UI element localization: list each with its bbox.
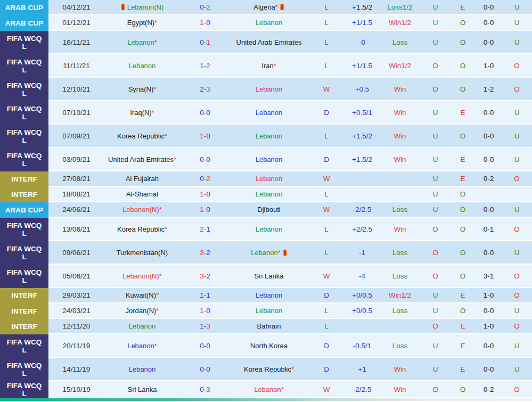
over-under-2: O	[502, 322, 532, 330]
team-name[interactable]: Lebanon	[256, 175, 283, 183]
team-name[interactable]: Lebanon(N)	[122, 272, 159, 280]
competition-label: FIFA WCQ	[7, 382, 42, 390]
team-name[interactable]: Lebanon	[256, 132, 283, 140]
over-under: O	[421, 249, 450, 257]
team-name[interactable]: Iran	[261, 62, 273, 70]
match-score: 2-1	[180, 225, 230, 233]
team-name[interactable]: Al Fujairah	[126, 175, 159, 183]
team-name[interactable]: North Korea	[250, 342, 288, 350]
even-odd: E	[450, 322, 476, 330]
star-marker: *	[281, 385, 284, 393]
team-name[interactable]: Lebanon	[256, 291, 283, 299]
home-team: Jordan(N)*	[104, 307, 180, 315]
competition-badge: FIFA WCQL	[0, 54, 48, 78]
team-name[interactable]: Lebanon	[129, 62, 156, 70]
even-odd: O	[450, 19, 476, 27]
team-name[interactable]: Lebanon	[251, 249, 278, 257]
match-score: 1-0	[180, 190, 230, 198]
handicap-value: -0.5/1	[345, 342, 379, 350]
team-name[interactable]: Lebanon(N)	[127, 3, 164, 11]
even-odd: O	[450, 307, 476, 315]
competition-label: FIFA WCQ	[7, 245, 42, 253]
star-marker: *	[291, 365, 294, 373]
team-name[interactable]: Sri Lanka	[128, 385, 157, 393]
match-row: FIFA WCQL15/10/19Sri Lanka0-3Lebanon*W-2…	[0, 381, 532, 398]
team-name[interactable]: Sri Lanka	[255, 272, 284, 280]
team-name[interactable]: Korea Republic	[117, 225, 165, 233]
result-letter: D	[308, 365, 345, 373]
over-under: U	[421, 3, 450, 11]
star-marker: *	[154, 19, 157, 27]
competition-label: L	[22, 66, 26, 74]
even-odd: E	[450, 365, 476, 373]
over-under: U	[421, 38, 450, 46]
over-under: U	[421, 307, 450, 315]
over-under: O	[421, 385, 450, 393]
even-odd: E	[450, 155, 476, 163]
match-row: FIFA WCQL13/06/21Korea Republic*2-1Leban…	[0, 218, 532, 241]
match-history-table: ARAB CUP04/12/21Lebanon(N)0-2Algeria*L+1…	[0, 0, 532, 398]
team-name[interactable]: Lebanon	[256, 85, 283, 93]
away-team: Sri Lanka	[230, 272, 308, 280]
handicap-result: Loss	[379, 249, 421, 257]
team-name[interactable]: Lebanon	[256, 155, 283, 163]
team-name[interactable]: Lebanon(N)	[122, 206, 159, 214]
team-name[interactable]: United Arab Emirates	[108, 155, 174, 163]
competition-badge: FIFA WCQL	[0, 334, 48, 358]
team-name[interactable]: Kuwait(N)	[126, 291, 156, 299]
handicap-value: -2/2.5	[345, 206, 379, 214]
team-name[interactable]: Lebanon	[256, 109, 283, 117]
team-name[interactable]: Jordan(N)	[126, 307, 157, 315]
handicap-result: Loss	[379, 272, 421, 280]
team-name[interactable]: Iraq(N)	[130, 109, 151, 117]
competition-label: FIFA WCQ	[7, 128, 42, 136]
team-name[interactable]: United Arab Emirates	[236, 38, 302, 46]
competition-label: L	[22, 276, 26, 284]
handicap-value: +1/1.5	[345, 19, 379, 27]
handicap-value: -0	[345, 38, 379, 46]
team-name[interactable]: Syria(N)	[128, 85, 154, 93]
team-name[interactable]: Egypt(N)	[127, 19, 154, 27]
team-name[interactable]: Lebanon	[256, 190, 283, 198]
team-name[interactable]: Lebanon	[254, 385, 281, 393]
competition-badge: FIFA WCQL	[0, 78, 48, 101]
secondary-score: 1-0	[476, 291, 502, 299]
star-marker: *	[159, 272, 162, 280]
team-name[interactable]: Turkmenistan(N)	[117, 249, 168, 257]
team-name[interactable]: Djibouti	[257, 206, 280, 214]
match-date: 20/11/19	[48, 342, 104, 350]
competition-label: FIFA WCQ	[7, 58, 42, 66]
handicap-value: -2/2.5	[345, 385, 379, 393]
competition-label: FIFA WCQ	[7, 81, 42, 89]
team-name[interactable]: Lebanon	[127, 38, 154, 46]
team-name[interactable]: Lebanon	[129, 322, 156, 330]
star-marker: *	[159, 206, 162, 214]
away-team: Lebanon	[230, 132, 308, 140]
competition-label: L	[22, 113, 26, 121]
over-under-2: U	[502, 307, 532, 315]
team-name[interactable]: Lebanon	[127, 342, 154, 350]
handicap-value: +1.5/2	[345, 3, 379, 11]
competition-badge: INTERF	[0, 288, 48, 303]
team-name[interactable]: Korea Republic	[117, 132, 165, 140]
match-row: INTERF18/08/21Al-Shamal1-0LebanonLUO	[0, 187, 532, 202]
team-name[interactable]: Bahrain	[257, 322, 281, 330]
over-under-2: U	[502, 109, 532, 117]
over-under-2: U	[502, 3, 532, 11]
secondary-score: 0-2	[476, 175, 502, 183]
competition-badge: INTERF	[0, 187, 48, 202]
match-score: 2-3	[180, 85, 230, 93]
over-under-2: U	[502, 365, 532, 373]
team-name[interactable]: Algeria	[253, 3, 275, 11]
team-name[interactable]: Lebanon	[256, 307, 283, 315]
team-name[interactable]: Al-Shamal	[126, 190, 158, 198]
result-letter: L	[308, 62, 345, 70]
handicap-value: +0/0.5	[345, 291, 379, 299]
competition-badge: FIFA WCQL	[0, 148, 48, 171]
team-name[interactable]: Korea Republic	[244, 365, 291, 373]
team-name[interactable]: Lebanon	[256, 19, 283, 27]
star-marker: *	[154, 38, 157, 46]
team-name[interactable]: Lebanon	[129, 365, 156, 373]
team-name[interactable]: Lebanon	[256, 225, 283, 233]
match-date: 29/03/21	[48, 291, 104, 299]
